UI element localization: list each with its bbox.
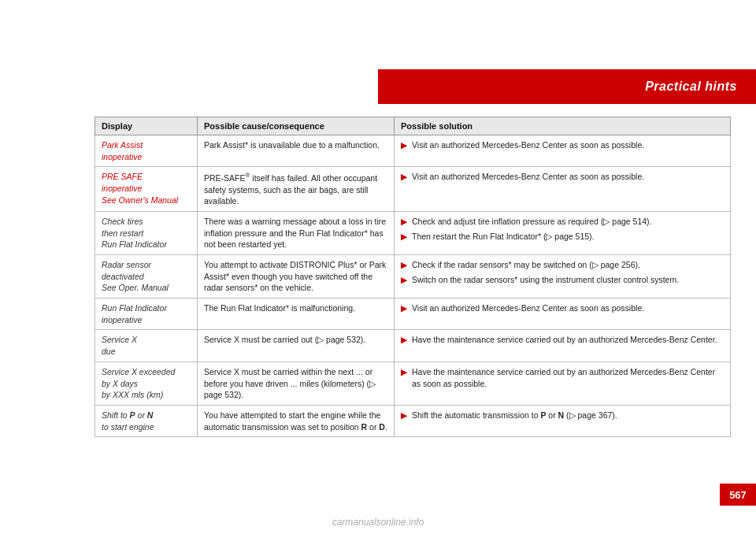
page-number-box: 567 [720, 484, 756, 506]
table-row: PRE SAFEinoperativeSee Owner's ManualPRE… [95, 167, 731, 212]
display-cell: Shift to P or Nto start engine [95, 405, 198, 436]
arrow-icon: ▶ [401, 367, 407, 378]
display-text: Shift to P or Nto start engine [102, 410, 154, 432]
table-row: Service X exceededby X daysby XXX mls (k… [95, 362, 731, 405]
display-cell: Service X exceededby X daysby XXX mls (k… [95, 362, 198, 405]
display-cell: Service Xdue [95, 330, 198, 362]
solution-cell: ▶Have the maintenance service carried ou… [395, 330, 731, 362]
solution-text: Check if the radar sensors* may be switc… [412, 259, 640, 271]
display-text: Service X exceededby X daysby XXX mls (k… [102, 367, 175, 399]
solution-cell: ▶Check and adjust tire inflation pressur… [395, 211, 731, 254]
arrow-icon: ▶ [401, 335, 407, 346]
cause-cell: Service X must be carried out (▷ page 53… [198, 330, 395, 362]
table-row: Run Flat IndicatorinoperativeThe Run Fla… [95, 299, 731, 330]
solution-text: Visit an authorized Mercedes-Benz Center… [412, 139, 644, 151]
arrow-icon: ▶ [401, 410, 407, 421]
solution-cell: ▶Visit an authorized Mercedes-Benz Cente… [395, 135, 731, 167]
solution-text: Check and adjust tire inflation pressure… [412, 216, 652, 228]
table-row: Park AssistinoperativePark Assist* is un… [95, 135, 731, 167]
display-text: Service Xdue [102, 335, 137, 356]
cause-cell: You have attempted to start the engine w… [198, 405, 395, 436]
main-table-container: Display Possible cause/consequence Possi… [94, 117, 731, 479]
solution-cell: ▶Check if the radar sensors* may be swit… [395, 255, 731, 299]
solution-cell: ▶Have the maintenance service carried ou… [395, 362, 731, 405]
table-row: Radar sensordeactivatedSee Oper. ManualY… [95, 255, 731, 299]
col-header-solution: Possible solution [395, 117, 731, 135]
col-header-cause: Possible cause/consequence [198, 117, 395, 135]
solution-item: ▶Then restart the Run Flat Indicator* (▷… [401, 231, 724, 243]
solution-text: Have the maintenance service carried out… [412, 334, 717, 346]
solution-item: ▶Switch on the radar sensors* using the … [401, 274, 724, 286]
col-header-display: Display [95, 117, 198, 135]
display-cell: Park Assistinoperative [95, 135, 198, 167]
solution-item: ▶Check if the radar sensors* may be swit… [401, 259, 724, 271]
solution-text: Then restart the Run Flat Indicator* (▷ … [412, 231, 595, 243]
display-text: Park Assistinoperative [102, 140, 143, 161]
solution-item: ▶Have the maintenance service carried ou… [401, 334, 724, 346]
arrow-icon: ▶ [401, 232, 407, 243]
solution-cell: ▶Visit an authorized Mercedes-Benz Cente… [395, 167, 731, 212]
solution-text: Visit an authorized Mercedes-Benz Center… [412, 302, 644, 314]
cause-cell: The Run Flat Indicator* is malfunctionin… [198, 299, 395, 330]
solution-item: ▶Visit an authorized Mercedes-Benz Cente… [401, 171, 724, 183]
solution-cell: ▶Shift the automatic transmission to P o… [395, 405, 731, 436]
solution-item: ▶Visit an authorized Mercedes-Benz Cente… [401, 302, 724, 314]
cause-cell: PRE-SAFE® itself has failed. All other o… [198, 167, 395, 212]
page-title: Practical hints [645, 80, 737, 94]
display-cell: Radar sensordeactivatedSee Oper. Manual [95, 255, 198, 299]
header-bar: Practical hints [378, 69, 756, 104]
page-number: 567 [729, 489, 747, 501]
solution-item: ▶Have the maintenance service carried ou… [401, 366, 724, 389]
watermark: carmanualsonline.info [332, 517, 424, 528]
solution-text: Switch on the radar sensors* using the i… [412, 274, 679, 286]
solution-item: ▶Check and adjust tire inflation pressur… [401, 216, 724, 228]
cause-cell: You attempt to activate DISTRONIC Plus* … [198, 255, 395, 299]
display-text: Check tiresthen restartRun Flat Indicato… [102, 217, 167, 249]
table-header-row: Display Possible cause/consequence Possi… [95, 117, 731, 135]
arrow-icon: ▶ [401, 217, 407, 228]
solution-item: ▶Shift the automatic transmission to P o… [401, 410, 724, 421]
cause-cell: Park Assist* is unavailable due to a mal… [198, 135, 395, 167]
arrow-icon: ▶ [401, 172, 407, 183]
display-text: Radar sensordeactivatedSee Oper. Manual [102, 260, 169, 292]
table-row: Shift to P or Nto start engineYou have a… [95, 405, 731, 436]
display-text: Run Flat Indicatorinoperative [102, 303, 167, 324]
solution-cell: ▶Visit an authorized Mercedes-Benz Cente… [395, 299, 731, 330]
table-row: Check tiresthen restartRun Flat Indicato… [95, 211, 731, 254]
arrow-icon: ▶ [401, 260, 407, 271]
solution-text: Shift the automatic transmission to P or… [412, 410, 617, 421]
arrow-icon: ▶ [401, 140, 407, 151]
solution-text: Have the maintenance service carried out… [412, 366, 724, 389]
arrow-icon: ▶ [401, 275, 407, 286]
solution-text: Visit an authorized Mercedes-Benz Center… [412, 171, 644, 183]
table-row: Service XdueService X must be carried ou… [95, 330, 731, 362]
cause-cell: Service X must be carried within the nex… [198, 362, 395, 405]
display-cell: PRE SAFEinoperativeSee Owner's Manual [95, 167, 198, 212]
cause-cell: There was a warning message about a loss… [198, 211, 395, 254]
arrow-icon: ▶ [401, 303, 407, 314]
solution-item: ▶Visit an authorized Mercedes-Benz Cente… [401, 139, 724, 151]
display-cell: Check tiresthen restartRun Flat Indicato… [95, 211, 198, 254]
display-text: PRE SAFEinoperativeSee Owner's Manual [102, 172, 178, 204]
main-table: Display Possible cause/consequence Possi… [94, 117, 731, 437]
display-cell: Run Flat Indicatorinoperative [95, 299, 198, 330]
